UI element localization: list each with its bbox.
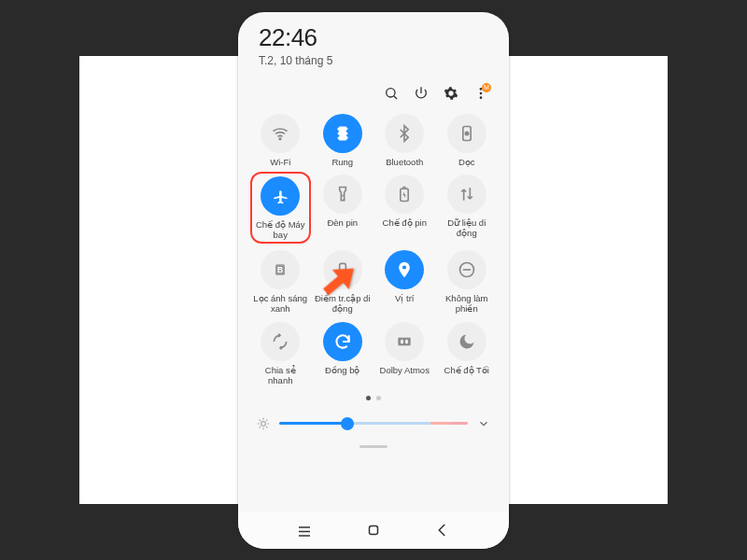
expand-brightness-icon[interactable]: [477, 417, 490, 430]
dark-mode-icon[interactable]: [447, 322, 486, 361]
nearby-share-icon[interactable]: [261, 322, 300, 361]
tile-label: Điểm tr.cập di động: [315, 294, 371, 315]
tile-doc[interactable]: Dọc: [438, 114, 497, 168]
gear-icon[interactable]: [444, 86, 458, 101]
hotspot-icon[interactable]: [323, 250, 362, 289]
tile-label: Vị trí: [395, 294, 414, 304]
brightness-thumb[interactable]: [341, 417, 354, 430]
svg-point-9: [465, 132, 468, 134]
vibrate-icon[interactable]: [323, 114, 362, 153]
svg-point-6: [279, 138, 281, 140]
tile-dnd[interactable]: Không làm phiền: [438, 250, 497, 315]
tile-label: Rung: [331, 158, 353, 168]
clock-date: T.2, 10 tháng 5: [259, 54, 488, 67]
recents-button[interactable]: [296, 522, 313, 539]
battery-icon[interactable]: [385, 175, 424, 214]
svg-point-5: [480, 96, 483, 99]
more-icon[interactable]: M: [473, 86, 488, 101]
svg-point-4: [480, 91, 483, 94]
tile-label: Bluetooth: [386, 158, 423, 168]
panel-controls: M: [238, 69, 509, 105]
tile-flashlight[interactable]: Đèn pin: [314, 175, 373, 243]
clock-time: 22:46: [259, 23, 488, 52]
tile-label: Wi-Fi: [270, 158, 290, 168]
svg-rect-19: [399, 338, 411, 345]
airplane-icon[interactable]: [261, 176, 300, 216]
back-button[interactable]: [434, 522, 451, 539]
svg-text:B: B: [277, 266, 283, 275]
tile-label: Chế độ Tối: [444, 366, 489, 376]
tile-battery[interactable]: Chế độ pin: [375, 175, 434, 243]
svg-point-20: [401, 340, 403, 344]
navigation-bar: [238, 511, 509, 549]
svg-line-30: [266, 420, 267, 421]
dolby-icon[interactable]: [385, 322, 424, 361]
bluetooth-icon[interactable]: [385, 114, 424, 153]
tile-label: Chế độ pin: [383, 218, 427, 229]
dnd-icon[interactable]: [447, 250, 486, 289]
tile-hotspot[interactable]: Điểm tr.cập di động: [314, 250, 373, 315]
page-dot[interactable]: [376, 396, 381, 400]
tile-label: Lọc ánh sáng xanh: [252, 294, 308, 315]
tile-nearby[interactable]: Chia sẻ nhanh: [251, 322, 310, 386]
brightness-slider[interactable]: [279, 422, 468, 425]
brightness-icon: [257, 417, 270, 430]
tile-sync[interactable]: Đồng bộ: [314, 322, 373, 386]
svg-point-21: [405, 340, 408, 344]
quick-settings-grid: Wi-FiRungBluetoothDọcChế độ Máy bayĐèn p…: [238, 105, 509, 386]
home-button[interactable]: [365, 522, 382, 539]
status-bar: 22:46 T.2, 10 tháng 5: [238, 12, 509, 69]
svg-rect-34: [370, 525, 378, 534]
svg-line-1: [394, 96, 397, 99]
tile-bluelight[interactable]: BLọc ánh sáng xanh: [251, 250, 310, 315]
tile-label: Dữ liệu di động: [439, 218, 495, 239]
tile-wifi[interactable]: Wi-Fi: [251, 114, 310, 168]
drag-handle[interactable]: [359, 445, 388, 448]
portrait-lock-icon[interactable]: [447, 114, 486, 153]
wifi-icon[interactable]: [261, 114, 300, 153]
search-icon[interactable]: [384, 86, 399, 101]
svg-point-22: [261, 422, 266, 427]
tile-label: Dolby Atmos: [380, 366, 430, 376]
svg-rect-15: [339, 264, 345, 275]
svg-line-29: [260, 427, 261, 427]
bluelight-icon[interactable]: B: [261, 250, 300, 289]
tile-dolby[interactable]: Dolby Atmos: [375, 322, 434, 386]
brightness-row: [238, 400, 509, 436]
svg-point-16: [402, 266, 406, 270]
tile-label: Không làm phiền: [439, 294, 495, 315]
screenshot-frame: 22:46 T.2, 10 tháng 5 M Wi-FiRungBluetoo…: [79, 56, 668, 504]
tile-label: Đồng bộ: [325, 366, 359, 376]
power-icon[interactable]: [414, 86, 429, 101]
phone-screen: 22:46 T.2, 10 tháng 5 M Wi-FiRungBluetoo…: [238, 12, 509, 549]
tile-label: Chế độ Máy bay: [253, 220, 308, 241]
tile-data[interactable]: Dữ liệu di động: [438, 175, 497, 243]
svg-point-0: [387, 88, 395, 96]
flashlight-icon[interactable]: [323, 175, 362, 214]
notification-badge: M: [482, 83, 491, 92]
page-dot[interactable]: [366, 396, 371, 400]
svg-line-28: [266, 427, 267, 427]
tile-dark[interactable]: Chế độ Tối: [438, 322, 497, 386]
location-icon[interactable]: [385, 250, 424, 289]
tile-label: Chia sẻ nhanh: [252, 366, 308, 386]
tile-label: Dọc: [458, 158, 475, 168]
svg-line-27: [260, 420, 261, 421]
mobile-data-icon[interactable]: [447, 175, 486, 214]
tile-rung[interactable]: Rung: [314, 114, 373, 168]
sync-icon[interactable]: [323, 322, 362, 361]
tile-location[interactable]: Vị trí: [375, 250, 434, 315]
tile-label: Đèn pin: [327, 218, 358, 229]
tile-airplane[interactable]: Chế độ Máy bay: [250, 172, 311, 244]
tile-bluetooth[interactable]: Bluetooth: [375, 114, 434, 168]
